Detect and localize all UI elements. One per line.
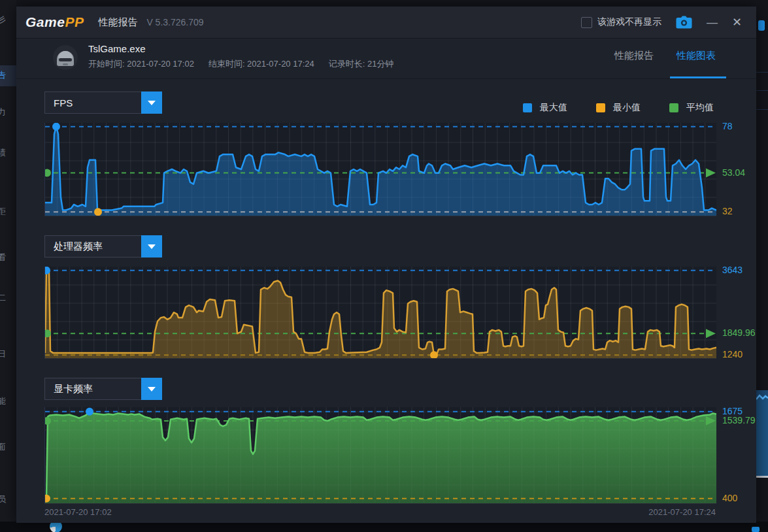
- cpu-chart-plot: [44, 267, 716, 359]
- background-gridline: [756, 72, 768, 73]
- metric-selector-gpu[interactable]: 显卡频率: [44, 378, 162, 400]
- axis-start-time: 2021-07-20 17:02: [44, 507, 112, 517]
- fps-chart: 78 53.04 32: [44, 123, 716, 216]
- end-time: 结束时间: 2021-07-20 17:24: [209, 58, 314, 70]
- chevron-down-icon: [148, 244, 156, 249]
- metric-selector-fps-value[interactable]: FPS: [44, 91, 141, 114]
- report-header: TslGame.exe 开始时间: 2021-07-20 17:02 结束时间:…: [16, 38, 756, 79]
- fps-chart-plot: [44, 123, 716, 216]
- cpu-frequency-chart: 3643 1849.96 1240: [44, 267, 716, 358]
- background-gridline: [756, 90, 768, 91]
- background-sidebar-item[interactable]: 锋日: [0, 348, 16, 360]
- dont-show-label[interactable]: 该游戏不再显示: [597, 16, 661, 28]
- legend-max-swatch: [523, 103, 532, 112]
- metric-selector-gpu-value[interactable]: 显卡频率: [44, 378, 141, 400]
- fps-avg-value: 53.04: [722, 167, 745, 178]
- background-sidebar-item[interactable]: 战力: [0, 107, 16, 118]
- gamepp-logo: GamePP: [25, 14, 84, 30]
- start-time: 开始时间: 2021-07-20 17:02: [88, 58, 194, 70]
- metric-selector-fps-dropdown-button[interactable]: [141, 91, 162, 114]
- session-times: 开始时间: 2021-07-20 17:02 结束时间: 2021-07-20 …: [88, 58, 393, 70]
- background-gridline: [756, 109, 768, 110]
- legend-max: 最大值: [523, 102, 567, 114]
- background-sidebar-item[interactable]: 战距: [0, 206, 16, 218]
- gpu-chart-plot: [44, 407, 716, 504]
- legend-max-label: 最大值: [540, 102, 567, 114]
- background-sidebar-item[interactable]: 成员: [0, 493, 16, 505]
- background-window-left-edge: 青彡 报告战力战绩战距象看战二锋日性能页面成员: [0, 0, 16, 532]
- record-duration: 记录时长: 21分钟: [329, 58, 394, 70]
- tab-performance-charts[interactable]: 性能图表: [676, 50, 716, 62]
- game-helmet-icon: [52, 44, 78, 71]
- legend-avg-swatch: [669, 103, 678, 112]
- performance-report-dialog: GamePP 性能报告 V 5.3.726.709 该游戏不再显示 — ✕ Ts…: [16, 7, 756, 523]
- gpu-min-value: 400: [722, 493, 737, 503]
- legend-min-swatch: [596, 103, 605, 112]
- background-sidebar-item[interactable]: 战绩: [0, 147, 16, 159]
- time-axis: 2021-07-20 17:02 2021-07-20 17:24: [44, 507, 716, 517]
- legend-min: 最小值: [596, 102, 641, 114]
- screenshot-camera-icon[interactable]: [676, 16, 692, 29]
- tab-performance-report[interactable]: 性能报告: [614, 50, 654, 62]
- background-scrollbar-thumb[interactable]: [758, 20, 765, 31]
- fps-min-value: 32: [722, 206, 733, 216]
- close-button[interactable]: ✕: [732, 16, 742, 28]
- app-version: V 5.3.726.709: [146, 17, 203, 27]
- background-text-fragment: 青彡: [0, 14, 16, 26]
- axis-end-time: 2021-07-20 17:24: [648, 507, 716, 517]
- active-tab-underline: [670, 76, 726, 78]
- metric-selector-cpu-value[interactable]: 处理器频率: [44, 235, 141, 258]
- background-blue-chip: [752, 527, 760, 532]
- game-process-name: TslGame.exe: [88, 43, 146, 54]
- metric-selector-fps[interactable]: FPS: [44, 91, 162, 114]
- cpu-min-value: 1240: [722, 349, 743, 359]
- dialog-titlebar: GamePP 性能报告 V 5.3.726.709 该游戏不再显示 — ✕: [16, 7, 756, 39]
- background-chart-sliver: [756, 390, 768, 478]
- fps-max-value: 78: [722, 121, 733, 131]
- background-sidebar-item[interactable]: 战二: [0, 292, 16, 304]
- cpu-avg-value: 1849.96: [722, 327, 756, 338]
- background-chart-sliver-curve: [756, 390, 768, 478]
- metric-selector-cpu[interactable]: 处理器频率: [44, 235, 162, 258]
- legend-min-label: 最小值: [613, 102, 641, 114]
- dialog-title: 性能报告: [98, 16, 137, 29]
- gpu-avg-value: 1539.79: [722, 415, 756, 425]
- cpu-max-value: 3643: [722, 265, 743, 275]
- background-sidebar-item[interactable]: 象看: [0, 252, 16, 263]
- chevron-down-icon: [148, 101, 156, 105]
- background-window-bottom-edge: [0, 522, 768, 532]
- gpu-frequency-chart: 1675 1539.79 400: [44, 407, 716, 503]
- legend-avg: 平均值: [669, 102, 714, 114]
- chart-legend: 最大值 最小值 平均值: [523, 102, 714, 114]
- background-sidebar-item[interactable]: 页面: [0, 441, 16, 453]
- background-sidebar-item[interactable]: 性能: [0, 395, 16, 407]
- dont-show-checkbox[interactable]: [581, 17, 592, 28]
- minimize-button[interactable]: —: [707, 17, 718, 28]
- background-sidebar-item[interactable]: 报告: [0, 69, 16, 81]
- chevron-down-icon: [148, 387, 156, 391]
- metric-selector-gpu-dropdown-button[interactable]: [141, 378, 162, 400]
- metric-selector-cpu-dropdown-button[interactable]: [141, 235, 162, 258]
- legend-avg-label: 平均值: [686, 102, 714, 114]
- background-chart-baseline: [756, 476, 768, 478]
